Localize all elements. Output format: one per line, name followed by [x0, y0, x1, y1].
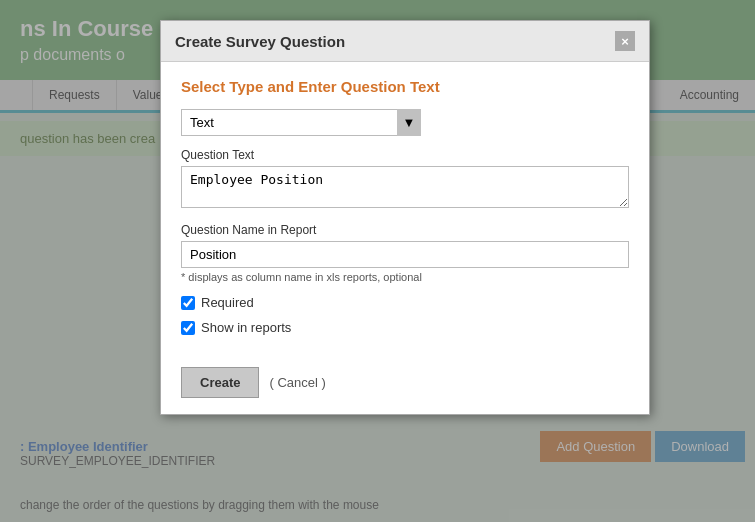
- question-name-label: Question Name in Report: [181, 223, 629, 237]
- question-text-group: Question Text: [181, 148, 629, 211]
- modal-close-button[interactable]: ×: [615, 31, 635, 51]
- modal-footer: Create ( Cancel ): [161, 361, 649, 414]
- modal-body: Select Type and Enter Question Text Text…: [161, 62, 649, 361]
- question-name-input[interactable]: [181, 241, 629, 268]
- create-survey-modal: Create Survey Question × Select Type and…: [160, 20, 650, 415]
- required-checkbox-row: Required: [181, 295, 629, 310]
- type-select[interactable]: Text Number Date Boolean List: [181, 109, 421, 136]
- show-reports-label: Show in reports: [201, 320, 291, 335]
- cancel-button[interactable]: ( Cancel ): [269, 375, 325, 390]
- type-select-group: Text Number Date Boolean List ▼: [181, 109, 629, 136]
- hint-text: * displays as column name in xls reports…: [181, 271, 629, 283]
- show-reports-checkbox[interactable]: [181, 321, 195, 335]
- type-select-wrapper: Text Number Date Boolean List ▼: [181, 109, 421, 136]
- modal-title: Create Survey Question: [175, 33, 345, 50]
- required-label: Required: [201, 295, 254, 310]
- question-text-input[interactable]: [181, 166, 629, 208]
- modal-section-title: Select Type and Enter Question Text: [181, 78, 629, 95]
- required-checkbox[interactable]: [181, 296, 195, 310]
- create-button[interactable]: Create: [181, 367, 259, 398]
- question-text-label: Question Text: [181, 148, 629, 162]
- show-reports-checkbox-row: Show in reports: [181, 320, 629, 335]
- modal-header: Create Survey Question ×: [161, 21, 649, 62]
- question-name-group: Question Name in Report * displays as co…: [181, 223, 629, 283]
